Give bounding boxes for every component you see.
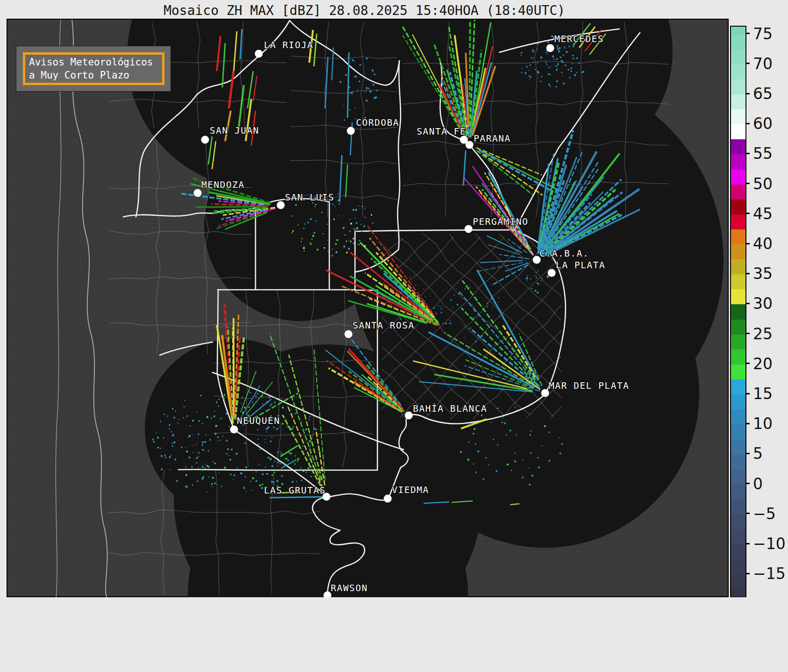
city-dot: [277, 201, 285, 209]
echo-speckle: [464, 326, 465, 327]
echo-speckle: [370, 92, 371, 93]
echo-speckle: [529, 484, 531, 485]
echo-speckle: [564, 48, 565, 49]
echo-speckle: [536, 275, 537, 276]
city-dot: [194, 189, 202, 197]
echo-speckle: [223, 398, 225, 400]
echo-speckle: [192, 420, 194, 422]
echo-speckle: [361, 231, 362, 232]
colorbar-tick: [745, 273, 750, 274]
echo-speckle: [548, 84, 550, 86]
echo-speckle: [219, 418, 220, 419]
echo-speckle: [301, 241, 302, 242]
echo-speckle: [372, 222, 374, 224]
echo-speckle: [334, 219, 335, 220]
echo-speckle: [218, 440, 219, 441]
echo-speckle: [319, 451, 321, 453]
echo-speckle: [373, 84, 375, 86]
echo-speckle: [350, 241, 351, 242]
city-dot: [255, 50, 263, 58]
echo-speckle: [532, 475, 533, 477]
echo-speckle: [212, 477, 214, 479]
echo-speckle: [268, 402, 269, 403]
colorbar-tick: [745, 93, 750, 94]
echo-speckle: [204, 468, 206, 469]
echo-speckle: [547, 44, 548, 45]
echo-speckle: [241, 472, 242, 474]
city-dot: [230, 426, 238, 434]
echo-speckle: [359, 80, 360, 82]
echo-speckle: [295, 456, 296, 457]
colorbar-segment: [731, 64, 745, 79]
echo-speckle: [327, 224, 328, 225]
echo-streak: [234, 318, 234, 419]
echo-speckle: [192, 445, 193, 446]
echo-speckle: [369, 88, 370, 89]
colorbar-tick: [745, 423, 750, 424]
echo-speckle: [270, 405, 271, 407]
echo-speckle: [441, 312, 442, 314]
echo-speckle: [202, 423, 203, 424]
echo-speckle: [202, 478, 204, 479]
echo-speckle: [198, 467, 199, 468]
echo-speckle: [470, 423, 472, 425]
echo-speckle: [441, 308, 442, 309]
colorbar-tick: [745, 483, 750, 484]
echo-speckle: [244, 407, 245, 408]
echo-speckle: [573, 57, 575, 59]
echo-speckle: [290, 428, 291, 429]
echo-speckle: [310, 483, 311, 484]
echo-speckle: [535, 69, 536, 70]
echo-speckle: [327, 251, 328, 252]
colorbar-segment: [731, 394, 745, 409]
colorbar-segment: [731, 485, 745, 500]
echo-speckle: [202, 470, 204, 471]
echo-speckle: [532, 62, 533, 63]
echo-speckle: [187, 415, 188, 417]
colorbar-segment: [731, 350, 745, 365]
echo-speckle: [321, 212, 323, 213]
echo-speckle: [554, 59, 555, 60]
echo-speckle: [318, 445, 319, 446]
echo-speckle: [218, 436, 219, 438]
echo-speckle: [531, 288, 532, 289]
echo-speckle: [557, 47, 558, 48]
echo-speckle: [571, 71, 572, 72]
echo-speckle: [310, 218, 312, 220]
echo-speckle: [374, 74, 375, 75]
echo-speckle: [282, 483, 284, 485]
echo-speckle: [210, 439, 211, 441]
echo-speckle: [228, 426, 229, 427]
colorbar-tick-label: 35: [753, 265, 773, 283]
city-label: SAN JUAN: [210, 125, 259, 136]
echo-speckle: [399, 282, 400, 283]
echo-speckle: [303, 228, 305, 229]
echo-speckle: [516, 462, 517, 463]
echo-speckle: [249, 391, 250, 392]
echo-speckle: [268, 457, 270, 459]
echo-speckle: [355, 76, 357, 78]
echo-speckle: [244, 488, 245, 489]
colorbar-tick-label: 10: [753, 415, 773, 433]
echo-speckle: [561, 443, 563, 444]
echo-speckle: [496, 470, 497, 472]
echo-speckle: [172, 408, 174, 410]
echo-speckle: [536, 277, 537, 278]
warning-line-1: Avisos Meteorológicos: [29, 56, 162, 69]
echo-speckle: [208, 477, 209, 478]
echo-speckle: [525, 66, 526, 67]
colorbar-tick: [745, 153, 750, 154]
echo-speckle: [568, 46, 570, 47]
echo-speckle: [212, 486, 213, 487]
city-label: C.A.B.A.: [540, 248, 589, 259]
colorbar-segment: [731, 259, 745, 274]
echo-speckle: [349, 109, 350, 110]
echo-speckle: [274, 472, 275, 473]
echo-speckle: [184, 406, 185, 407]
echo-speckle: [291, 232, 292, 233]
colorbar-tick-label: 65: [753, 85, 773, 103]
echo-speckle: [214, 483, 215, 484]
echo-speckle: [540, 57, 542, 58]
echo-speckle: [170, 469, 171, 470]
warning-box[interactable]: Avisos Meteorológicos a Muy Corto Plazo: [23, 52, 164, 85]
